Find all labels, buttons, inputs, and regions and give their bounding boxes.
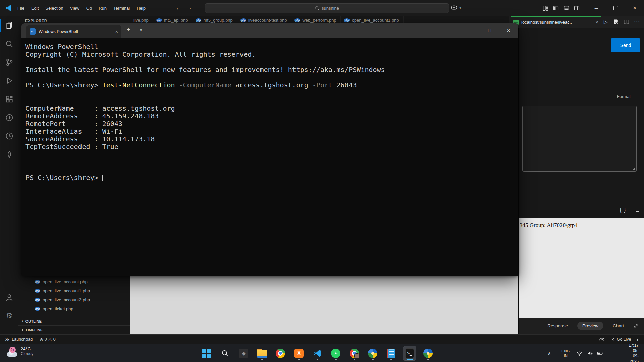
taskbar-file-explorer-button[interactable] — [255, 346, 269, 361]
copilot-icon — [451, 4, 458, 11]
window-restore-button[interactable] — [608, 0, 623, 16]
open-preview-icon[interactable] — [613, 19, 619, 25]
language-indicator[interactable]: ENGIN — [561, 349, 570, 358]
terminal-line — [25, 89, 516, 97]
file-list-item[interactable]: php open_live_account.php — [18, 277, 130, 286]
sidebar-item-history[interactable] — [0, 127, 18, 145]
send-button[interactable]: Send — [611, 38, 640, 52]
format-json-icon[interactable]: { } — [620, 207, 626, 214]
taskbar-obsidian-button[interactable]: ◆ — [237, 346, 250, 361]
sidebar-item-mongodb[interactable] — [0, 145, 18, 164]
command-center-search[interactable]: sunshine — [205, 3, 449, 13]
copilot-button[interactable]: ∨ — [451, 4, 461, 11]
file-list-item[interactable]: php open_ticket.php — [18, 304, 130, 313]
powershell-icon: >_ — [30, 28, 36, 35]
taskbar: 9+ 24°C Cloudy ◆ — [0, 344, 644, 362]
file-name: open_ticket.php — [43, 306, 73, 311]
response-tab[interactable]: Preview — [577, 322, 603, 330]
run-file-button[interactable]: ▷ — [604, 19, 608, 25]
launchpad-button[interactable]: ✈✈ Launchpad — [5, 337, 33, 342]
terminal-output[interactable]: Windows PowerShellCopyright (C) Microsof… — [21, 38, 518, 276]
go-live-button[interactable]: Go Live — [610, 337, 631, 342]
taskbar-whatsapp-button[interactable] — [329, 346, 342, 361]
window-minimize-button[interactable]: ─ — [461, 23, 480, 38]
sidebar-item-extensions[interactable] — [0, 90, 18, 108]
menu-lines-icon[interactable]: ≡ — [636, 207, 639, 214]
wifi-icon[interactable] — [576, 350, 582, 356]
tray-overflow-chevron[interactable]: ∧ — [548, 351, 551, 356]
customize-layout-icon[interactable] — [543, 5, 548, 11]
menu-item[interactable]: Selection — [42, 4, 66, 12]
split-editor-icon[interactable] — [624, 19, 629, 25]
expand-icon[interactable] — [633, 323, 638, 328]
files-icon — [5, 21, 13, 29]
chrome-icon — [276, 349, 285, 358]
taskbar-mt5-2-button[interactable] — [421, 346, 435, 361]
window-minimize-button[interactable]: ─ — [589, 0, 604, 16]
php-file-icon: php — [344, 18, 350, 22]
more-actions-icon[interactable]: ··· — [634, 19, 640, 25]
half-circle-icon[interactable]: ◐ — [637, 337, 639, 342]
menu-item[interactable]: View — [67, 4, 83, 12]
editor-tab-label: liveaccount-test.php — [248, 18, 287, 23]
taskbar-chrome-profile-button[interactable] — [347, 346, 361, 361]
nav-back-button[interactable]: ← — [176, 5, 181, 11]
menu-item[interactable]: Go — [83, 4, 95, 12]
resize-handle-icon[interactable] — [632, 167, 635, 170]
tab-close-icon[interactable]: × — [115, 29, 118, 34]
browser-preview-tab[interactable]: pos localhost/sunshine/liveac.. × — [511, 16, 601, 28]
powershell-titlebar[interactable]: >_ Windows PowerShell × + ∨ ─ □ × — [21, 23, 518, 38]
sidebar-item-thunder-client[interactable] — [0, 108, 18, 127]
tray-date: 05-09-2025 — [630, 348, 639, 362]
sidebar-item-source-control[interactable] — [0, 53, 18, 71]
settings-button[interactable]: ⚙ — [0, 306, 18, 325]
battery-icon[interactable] — [597, 350, 604, 356]
volume-icon[interactable] — [587, 350, 593, 356]
menu-item[interactable]: Help — [133, 4, 149, 12]
toggle-primary-sidebar-icon[interactable] — [553, 5, 559, 11]
copilot-status-icon[interactable] — [599, 337, 605, 342]
toggle-secondary-sidebar-icon[interactable] — [574, 5, 580, 11]
sidebar-item-search[interactable] — [0, 35, 18, 53]
menu-item[interactable]: Terminal — [110, 4, 133, 12]
sidebar-item-run-debug[interactable] — [0, 71, 18, 90]
flower-app-icon — [368, 349, 377, 358]
taskbar-start-button[interactable] — [200, 346, 213, 361]
problems-button[interactable]: ⊘ 0 ⚠ 0 — [40, 337, 56, 342]
response-tab[interactable]: Chart — [612, 322, 625, 330]
taskbar-search-button[interactable] — [218, 346, 232, 361]
timeline-section-header[interactable]: › TIMELINE — [18, 325, 130, 334]
taskbar-terminal-button[interactable]: >_ — [403, 346, 416, 361]
menu-item[interactable]: Edit — [28, 4, 42, 12]
response-tab[interactable]: Response — [547, 322, 569, 330]
account-button[interactable] — [0, 288, 18, 306]
vscode-logo-icon — [5, 4, 12, 12]
sidebar-item-explorer[interactable] — [0, 16, 18, 35]
menu-item[interactable]: File — [14, 4, 28, 12]
taskbar-xampp-button[interactable]: X — [292, 346, 306, 361]
taskbar-weather-widget[interactable]: 9+ 24°C Cloudy — [6, 345, 33, 357]
notification-badge: 9+ — [9, 347, 16, 353]
tab-close-icon[interactable]: × — [595, 19, 598, 25]
window-close-button[interactable]: × — [627, 0, 642, 16]
taskbar-vscode-button[interactable] — [311, 346, 324, 361]
taskbar-clock[interactable]: 17:17 05-09-2025 — [629, 343, 639, 362]
window-maximize-button[interactable]: □ — [480, 23, 499, 38]
menu-item[interactable]: Run — [95, 4, 110, 12]
file-list-item[interactable]: php open_live_account1.php — [18, 286, 130, 295]
window-close-button[interactable]: × — [499, 23, 518, 38]
taskbar-chrome-button[interactable] — [274, 346, 287, 361]
chevron-down-icon: ∨ — [459, 6, 461, 9]
weather-temp: 24°C — [21, 346, 33, 351]
xampp-icon: X — [294, 349, 304, 358]
new-tab-button[interactable]: + — [127, 26, 130, 34]
outline-section-header[interactable]: › OUTLINE — [18, 317, 130, 325]
file-list-item[interactable]: php open_live_account2.php — [18, 295, 130, 304]
powershell-tab[interactable]: >_ Windows PowerShell × — [26, 25, 121, 38]
toggle-panel-icon[interactable] — [564, 5, 569, 11]
request-body-textarea[interactable] — [522, 106, 637, 172]
tab-dropdown-icon[interactable]: ∨ — [140, 28, 142, 32]
taskbar-notepad-button[interactable] — [384, 346, 398, 361]
taskbar-mt5-button[interactable] — [366, 346, 379, 361]
nav-forward-button[interactable]: → — [186, 5, 192, 11]
